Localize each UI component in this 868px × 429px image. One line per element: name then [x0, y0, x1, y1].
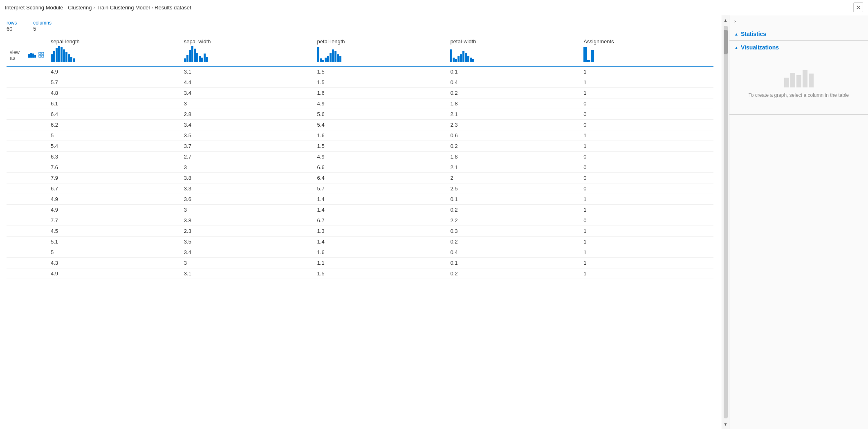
visualizations-section: ▲ Visualizations To create a graph, sele… — [729, 41, 868, 115]
scrollbar[interactable]: ▲ ▼ — [722, 15, 729, 429]
table-row: 53.41.60.41 — [7, 247, 713, 258]
table-cell: 3 — [181, 258, 314, 268]
table-icon[interactable] — [38, 52, 44, 59]
rows-label: rows — [7, 20, 17, 26]
table-row: 6.42.85.62.10 — [7, 109, 713, 120]
table-cell: 1 — [580, 226, 713, 237]
col-header-sepal-width[interactable]: sepal-width — [181, 37, 314, 66]
table-cell: 0.1 — [447, 194, 580, 205]
table-cell: 3 — [181, 98, 314, 109]
data-panel: rows 60 columns 5 view as — [0, 15, 722, 429]
statistics-header[interactable]: ▲ Statistics — [729, 27, 868, 40]
table-cell: 2.3 — [447, 120, 580, 130]
table-cell: 1 — [580, 237, 713, 247]
table-row: 4.83.41.60.21 — [7, 88, 713, 98]
table-row: 5.43.71.50.21 — [7, 141, 713, 152]
table-cell: 0.6 — [447, 130, 580, 141]
viz-placeholder: To create a graph, select a column in th… — [729, 54, 868, 114]
table-cell: 3.6 — [181, 194, 314, 205]
breadcrumb-part1: Interpret Scoring Module - Clustering — [5, 4, 92, 11]
viz-chart-placeholder-icon — [784, 70, 814, 87]
col-header-petal-length[interactable]: petal-length — [314, 37, 447, 66]
table-cell: 1 — [580, 77, 713, 88]
row-num-cell — [7, 183, 47, 194]
close-button[interactable]: ✕ — [853, 2, 863, 12]
table-cell: 1.4 — [314, 194, 447, 205]
table-cell: 0 — [580, 120, 713, 130]
table-cell: 6.7 — [47, 183, 181, 194]
col-header-petal-width[interactable]: petal-width — [447, 37, 580, 66]
row-num-cell — [7, 141, 47, 152]
svg-rect-2 — [39, 55, 41, 57]
table-wrapper: view as — [7, 37, 715, 424]
row-num-cell — [7, 120, 47, 130]
visualizations-header[interactable]: ▲ Visualizations — [729, 41, 868, 54]
table-cell: 0.1 — [447, 258, 580, 268]
breadcrumb-part2: Train Clustering Model — [96, 4, 150, 11]
row-num-cell — [7, 66, 47, 77]
meta-rows: rows 60 — [7, 20, 17, 32]
table-cell: 5.7 — [47, 77, 181, 88]
table-cell: 6.2 — [47, 120, 181, 130]
row-num-cell — [7, 88, 47, 98]
table-cell: 1 — [580, 205, 713, 215]
row-num-cell — [7, 130, 47, 141]
scroll-track[interactable] — [724, 26, 728, 418]
table-cell: 0 — [580, 215, 713, 226]
table-row: 7.93.86.420 — [7, 173, 713, 183]
table-cell: 2.2 — [447, 215, 580, 226]
table-cell: 1 — [580, 268, 713, 279]
table-cell: 2.8 — [181, 109, 314, 120]
table-row: 53.51.60.61 — [7, 130, 713, 141]
histogram-assignments — [583, 46, 710, 63]
table-cell: 7.6 — [47, 162, 181, 173]
row-num-cell — [7, 215, 47, 226]
table-cell: 4.8 — [47, 88, 181, 98]
columns-label: columns — [33, 20, 52, 26]
scroll-thumb[interactable] — [724, 30, 728, 54]
visualizations-collapse-icon: ▲ — [734, 45, 738, 50]
col-header-assignments[interactable]: Assignments — [580, 37, 713, 66]
table-cell: 1 — [580, 66, 713, 77]
table-row: 4.331.10.11 — [7, 258, 713, 268]
title-bar: Interpret Scoring Module - Clustering › … — [0, 0, 868, 15]
table-cell: 4.3 — [47, 258, 181, 268]
row-num-cell — [7, 98, 47, 109]
bar-chart-icon[interactable] — [28, 53, 36, 58]
table-cell: 4.9 — [47, 66, 181, 77]
scroll-up-button[interactable]: ▲ — [722, 16, 729, 24]
right-panel: › ▲ Statistics ▲ Visualizations — [729, 15, 868, 429]
table-cell: 7.9 — [47, 173, 181, 183]
table-cell: 4.9 — [314, 152, 447, 162]
table-cell: 3 — [181, 162, 314, 173]
col-header-sepal-length[interactable]: sepal-length — [47, 37, 181, 66]
table-cell: 1.5 — [314, 66, 447, 77]
statistics-section: ▲ Statistics — [729, 27, 868, 41]
table-cell: 1.6 — [314, 130, 447, 141]
table-cell: 0.4 — [447, 77, 580, 88]
svg-rect-0 — [39, 52, 41, 54]
table-cell: 1.6 — [314, 247, 447, 258]
table-row: 5.13.51.40.21 — [7, 237, 713, 247]
meta-columns: columns 5 — [33, 20, 52, 32]
table-cell: 6.4 — [47, 109, 181, 120]
right-panel-expand[interactable]: › — [729, 15, 868, 27]
row-num-cell — [7, 162, 47, 173]
view-as-label: view as — [10, 49, 26, 61]
table-row: 6.32.74.91.80 — [7, 152, 713, 162]
table-cell: 2.3 — [181, 226, 314, 237]
row-num-cell — [7, 258, 47, 268]
scroll-down-button[interactable]: ▼ — [722, 420, 729, 428]
table-cell: 2.7 — [181, 152, 314, 162]
table-row: 6.23.45.42.30 — [7, 120, 713, 130]
table-cell: 2.5 — [447, 183, 580, 194]
row-num-cell — [7, 173, 47, 183]
table-cell: 4.5 — [47, 226, 181, 237]
breadcrumb-part3: Results dataset — [155, 4, 191, 11]
columns-value: 5 — [33, 26, 52, 32]
expand-icon: › — [734, 18, 736, 24]
table-cell: 1.5 — [314, 77, 447, 88]
table-cell: 3.4 — [181, 120, 314, 130]
table-cell: 1.6 — [314, 88, 447, 98]
table-cell: 0.2 — [447, 268, 580, 279]
